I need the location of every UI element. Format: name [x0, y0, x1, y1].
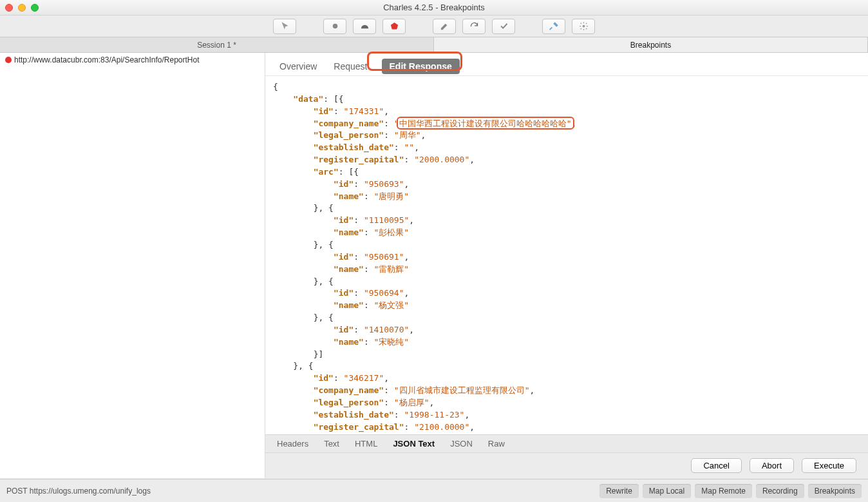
- main-tabrow: Session 1 * Breakpoints: [0, 37, 868, 53]
- edit-button[interactable]: [433, 19, 456, 34]
- status-chips: Rewrite Map Local Map Remote Recording B…: [599, 484, 862, 498]
- format-tab-headers[interactable]: Headers: [277, 439, 308, 449]
- zoom-icon[interactable]: [31, 4, 39, 12]
- content-pane: Overview Request Edit Response { "data":…: [265, 53, 868, 478]
- action-bar: Cancel Abort Execute: [265, 452, 868, 478]
- validate-button[interactable]: [492, 19, 515, 34]
- breakpoint-dot-icon: [5, 57, 12, 63]
- format-tabs: Headers Text HTML JSON Text JSON Raw: [265, 434, 868, 452]
- toolbar: [0, 15, 868, 37]
- json-text-editor[interactable]: { "data": [{ "id": "174331", "company_na…: [265, 76, 868, 434]
- sidebar-request-item[interactable]: http://www.datacubr.com:83/Api/SearchInf…: [0, 53, 265, 67]
- tools-button[interactable]: [542, 19, 565, 34]
- svg-point-1: [582, 25, 585, 28]
- throttle-button[interactable]: [353, 19, 376, 34]
- edit-subtabs: Overview Request Edit Response: [265, 53, 868, 76]
- main-area: http://www.datacubr.com:83/Api/SearchInf…: [0, 53, 868, 478]
- minimize-icon[interactable]: [18, 4, 26, 12]
- format-tab-jsontext[interactable]: JSON Text: [393, 439, 435, 449]
- settings-button[interactable]: [572, 19, 595, 34]
- cancel-button[interactable]: Cancel: [691, 458, 741, 473]
- chip-rewrite[interactable]: Rewrite: [599, 484, 639, 498]
- sidebar: http://www.datacubr.com:83/Api/SearchInf…: [0, 53, 265, 478]
- format-tab-raw[interactable]: Raw: [488, 439, 505, 449]
- abort-button[interactable]: Abort: [750, 458, 794, 473]
- chip-recording[interactable]: Recording: [756, 484, 804, 498]
- subtab-request[interactable]: Request: [331, 59, 370, 74]
- chip-breakpoints[interactable]: Breakpoints: [808, 484, 862, 498]
- format-tab-html[interactable]: HTML: [355, 439, 377, 449]
- chip-maplocal[interactable]: Map Local: [643, 484, 691, 498]
- window-title: Charles 4.2.5 - Breakpoints: [383, 3, 485, 12]
- window-controls: [5, 4, 39, 12]
- sidebar-item-url: http://www.datacubr.com:83/Api/SearchInf…: [14, 55, 199, 64]
- titlebar: Charles 4.2.5 - Breakpoints: [0, 0, 868, 15]
- execute-button[interactable]: Execute: [802, 458, 856, 473]
- breakpoints-toggle-button[interactable]: [382, 19, 406, 34]
- repeat-button[interactable]: [462, 19, 486, 34]
- svg-point-0: [332, 24, 337, 29]
- status-text: POST https://ulogs.umeng.com/unify_logs: [6, 487, 151, 496]
- subtab-overview[interactable]: Overview: [277, 59, 319, 74]
- tab-breakpoints[interactable]: Breakpoints: [434, 37, 868, 52]
- close-icon[interactable]: [5, 4, 13, 12]
- status-bar: POST https://ulogs.umeng.com/unify_logs …: [0, 479, 868, 502]
- record-button[interactable]: [323, 19, 346, 34]
- format-tab-text[interactable]: Text: [324, 439, 339, 449]
- format-tab-json[interactable]: JSON: [450, 439, 473, 449]
- chip-mapremote[interactable]: Map Remote: [695, 484, 752, 498]
- subtab-edit-response[interactable]: Edit Response: [382, 59, 460, 74]
- tab-session[interactable]: Session 1 *: [0, 37, 434, 52]
- pointer-tool-button[interactable]: [273, 19, 296, 34]
